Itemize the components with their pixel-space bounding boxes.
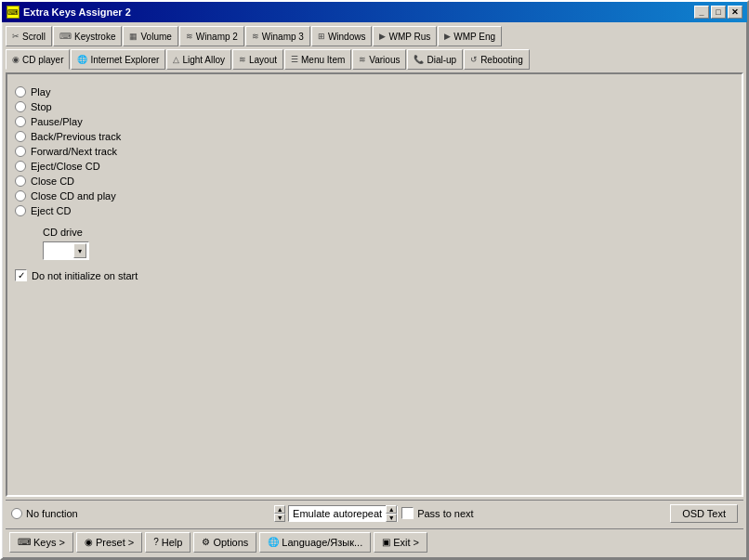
radio-ejectclose-label: Eject/Close CD <box>31 161 100 172</box>
help-button[interactable]: ? Help <box>145 532 191 553</box>
maximize-button[interactable]: □ <box>711 6 726 19</box>
cd-drive-select[interactable]: ▾ <box>43 241 89 260</box>
no-init-label: Do not initialize on start <box>32 270 138 281</box>
keystroke-icon: ⌨ <box>59 32 72 41</box>
tab-wmprus[interactable]: ▶ WMP Rus <box>373 26 437 46</box>
winamp2-icon: ≋ <box>186 32 193 41</box>
tab-menuitem[interactable]: ☰ Menu Item <box>284 49 351 70</box>
cd-drive-label: CD drive <box>43 227 734 238</box>
tab-dialup[interactable]: 📞 Dial-up <box>407 49 463 70</box>
language-button[interactable]: 🌐 Language/Язык... <box>259 532 371 553</box>
radio-pauseplay-input[interactable] <box>15 116 26 127</box>
options-button[interactable]: ⚙ Options <box>193 532 256 553</box>
radio-ejectclose-input[interactable] <box>15 161 26 172</box>
no-function-radio[interactable]: No function <box>11 508 78 519</box>
keys-label: Keys > <box>33 537 65 548</box>
preset-label: Preset > <box>96 537 134 548</box>
minimize-button[interactable]: _ <box>694 6 709 19</box>
volume-icon: ▦ <box>129 32 138 41</box>
pass-check[interactable]: Pass to next <box>401 507 474 519</box>
tab-rebooting[interactable]: ↺ Rebooting <box>464 49 530 70</box>
tab-dialup-label: Dial-up <box>427 55 456 65</box>
ie-icon: 🌐 <box>77 55 87 64</box>
cd-drive-section: CD drive ▾ <box>43 227 734 260</box>
emulate-up-btn[interactable]: ▲ <box>274 505 285 514</box>
radio-back-label: Back/Previous track <box>31 131 121 142</box>
tab-layout-label: Layout <box>249 55 277 65</box>
close-button[interactable]: ✕ <box>728 6 742 19</box>
pass-checkbox[interactable] <box>401 507 414 519</box>
tab-wmpeng[interactable]: ▶ WMP Eng <box>438 26 502 46</box>
radio-stop[interactable]: Stop <box>15 100 734 113</box>
tab-cdplayer[interactable]: ◉ CD player <box>6 49 70 70</box>
radio-eject[interactable]: Eject CD <box>15 204 734 217</box>
preset-button[interactable]: ◉ Preset > <box>76 532 142 553</box>
exit-icon: ▣ <box>382 537 390 547</box>
keys-button[interactable]: ⌨ Keys > <box>9 532 73 553</box>
tab-ie[interactable]: 🌐 Internet Explorer <box>71 49 165 70</box>
tab-windows[interactable]: ⊞ Windows <box>311 26 373 46</box>
exit-label: Exit > <box>393 537 419 548</box>
radio-eject-input[interactable] <box>15 205 26 216</box>
radio-back[interactable]: Back/Previous track <box>15 130 734 143</box>
scroll-icon: ✂ <box>12 32 20 41</box>
title-bar: ⌨ Extra Keys Assigner 2 _ □ ✕ <box>2 2 747 22</box>
tab-windows-label: Windows <box>328 32 366 42</box>
no-function-radio-input[interactable] <box>11 508 22 519</box>
tab-various-label: Various <box>369 55 400 65</box>
radio-closecdplay-input[interactable] <box>15 190 26 202</box>
radio-back-input[interactable] <box>15 131 26 142</box>
radio-pauseplay[interactable]: Pause/Play <box>15 115 734 128</box>
radio-closecdplay[interactable]: Close CD and play <box>15 189 734 202</box>
tab-scroll[interactable]: ✂ Scroll <box>6 26 52 46</box>
language-icon: 🌐 <box>268 537 279 547</box>
exit-button[interactable]: ▣ Exit > <box>374 532 427 553</box>
tab-menuitem-label: Menu Item <box>301 55 345 65</box>
emulate-select-up[interactable]: ▲ <box>386 505 397 514</box>
osd-button[interactable]: OSD Text <box>670 504 738 523</box>
content-area: ✂ Scroll ⌨ Keystroke ▦ Volume ≋ Winamp 2… <box>2 22 747 558</box>
tabs-row-2: ◉ CD player 🌐 Internet Explorer △ Light … <box>6 49 743 70</box>
pass-label: Pass to next <box>417 508 474 519</box>
wmpeng-icon: ▶ <box>444 32 451 41</box>
options-label: Options <box>213 537 248 548</box>
main-panel: Play Stop Pause/Play Back/Previous track… <box>6 72 743 497</box>
radio-closecd-label: Close CD <box>31 176 74 187</box>
radio-play[interactable]: Play <box>15 85 734 98</box>
no-init-checkbox[interactable]: ✓ <box>15 269 27 281</box>
tab-winamp3-label: Winamp 3 <box>262 32 304 42</box>
radio-forward-input[interactable] <box>15 146 26 157</box>
radio-closecd[interactable]: Close CD <box>15 175 734 188</box>
tabs-row-1: ✂ Scroll ⌨ Keystroke ▦ Volume ≋ Winamp 2… <box>6 26 743 46</box>
radio-closecd-input[interactable] <box>15 176 26 187</box>
emulate-select[interactable]: Emulate autorepeat ▲ ▼ <box>288 505 398 522</box>
tab-layout[interactable]: ≋ Layout <box>232 49 283 70</box>
radio-stop-input[interactable] <box>15 101 26 112</box>
app-icon: ⌨ <box>7 6 20 19</box>
checkbox-row[interactable]: ✓ Do not initialize on start <box>15 269 734 281</box>
tab-keystroke[interactable]: ⌨ Keystroke <box>53 26 122 46</box>
options-icon: ⚙ <box>202 537 210 547</box>
radio-ejectclose[interactable]: Eject/Close CD <box>15 160 734 173</box>
tab-winamp3[interactable]: ≋ Winamp 3 <box>245 26 310 46</box>
bottom-bar: No function ▲ ▼ Emulate autorepeat ▲ ▼ <box>6 500 743 526</box>
tab-volume[interactable]: ▦ Volume <box>123 26 177 46</box>
tab-winamp2[interactable]: ≋ Winamp 2 <box>179 26 244 46</box>
tab-various[interactable]: ≋ Various <box>352 49 406 70</box>
emulate-select-down[interactable]: ▼ <box>386 514 397 522</box>
radio-group: Play Stop Pause/Play Back/Previous track… <box>15 85 734 217</box>
tab-keystroke-label: Keystroke <box>74 32 115 42</box>
emulate-down-btn[interactable]: ▼ <box>274 514 285 522</box>
tab-winamp2-label: Winamp 2 <box>196 32 238 42</box>
title-bar-left: ⌨ Extra Keys Assigner 2 <box>7 6 131 19</box>
radio-play-input[interactable] <box>15 86 26 98</box>
tab-scroll-label: Scroll <box>22 32 46 42</box>
tab-cdplayer-label: CD player <box>22 55 63 65</box>
radio-forward[interactable]: Forward/Next track <box>15 145 734 158</box>
main-window: ⌨ Extra Keys Assigner 2 _ □ ✕ ✂ Scroll ⌨… <box>0 0 749 560</box>
cd-drive-arrow[interactable]: ▾ <box>73 243 86 258</box>
various-icon: ≋ <box>359 55 366 64</box>
radio-closecdplay-label: Close CD and play <box>31 190 116 202</box>
preset-icon: ◉ <box>85 537 93 547</box>
tab-lightalloy[interactable]: △ Light Alloy <box>166 49 231 70</box>
